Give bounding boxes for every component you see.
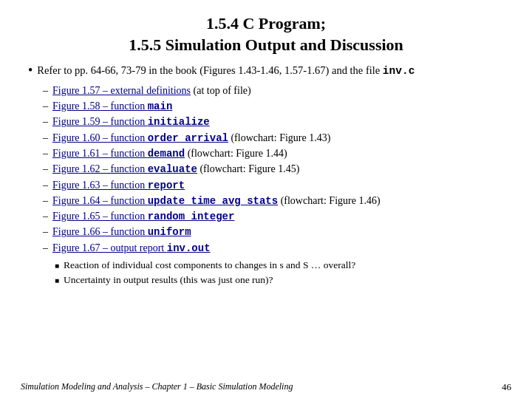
bullet-file: inv.c — [383, 65, 415, 77]
dash-icon: – — [43, 99, 48, 114]
dash-icon: – — [43, 178, 48, 193]
figure-158-link[interactable]: Figure 1.58 – function main — [52, 100, 172, 112]
item-suffix: (flowchart: Figure 1.46) — [278, 195, 380, 206]
item-text: Figure 1.64 – function update_time_avg_s… — [52, 194, 511, 208]
figure-159-link[interactable]: Figure 1.59 – function initialize — [52, 116, 210, 127]
item-text: Figure 1.66 – function uniform — [52, 225, 511, 239]
sub-bullet-item: ■ Reaction of individual cost components… — [55, 259, 511, 273]
sub-bullet-item: ■ Uncertainty in output results (this wa… — [55, 273, 511, 287]
list-item: – Figure 1.63 – function report — [43, 178, 511, 193]
figure-167-link[interactable]: Figure 1.67 – output report inv.out — [52, 242, 211, 253]
bullet-refer-text: Refer to pp. 64-66, 73-79 in the book (F… — [37, 64, 383, 76]
bullet-text: Refer to pp. 64-66, 73-79 in the book (F… — [37, 63, 511, 78]
figure-163-link[interactable]: Figure 1.63 – function report — [52, 180, 185, 191]
title-line-1: 1.5.4 C Program; — [21, 13, 511, 35]
figure-157-link[interactable]: Figure 1.57 – external definitions — [52, 85, 191, 96]
dash-icon: – — [43, 146, 48, 161]
dash-icon: – — [43, 209, 48, 224]
item-text: Figure 1.65 – function random_integer — [52, 209, 511, 224]
dash-icon: – — [43, 115, 48, 129]
square-bullet-icon: ■ — [55, 276, 59, 286]
title-line-2: 1.5.5 Simulation Output and Discussion — [21, 35, 511, 56]
item-text: Figure 1.63 – function report — [52, 178, 511, 193]
item-text: Figure 1.59 – function initialize — [52, 115, 511, 129]
square-bullet-icon: ■ — [55, 261, 59, 271]
figure-160-link[interactable]: Figure 1.60 – function order_arrival — [52, 132, 228, 143]
dash-icon: – — [43, 225, 48, 239]
list-item: – Figure 1.64 – function update_time_avg… — [43, 194, 511, 208]
item-text: Figure 1.58 – function main — [52, 99, 511, 114]
list-item: – Figure 1.66 – function uniform — [43, 225, 511, 239]
bullet-dot: • — [28, 63, 33, 79]
item-text: Figure 1.62 – function evaluate (flowcha… — [52, 162, 511, 177]
dash-icon: – — [43, 241, 48, 256]
dash-icon: – — [43, 83, 48, 98]
main-bullet: • Refer to pp. 64-66, 73-79 in the book … — [28, 63, 511, 79]
list-item: – Figure 1.59 – function initialize — [43, 115, 511, 129]
list-item: – Figure 1.58 – function main — [43, 99, 511, 114]
dash-icon: – — [43, 131, 48, 146]
sub-list: – Figure 1.57 – external definitions (at… — [43, 83, 511, 256]
footer: Simulation Modeling and Analysis – Chapt… — [0, 381, 532, 393]
list-item: – Figure 1.61 – function demand (flowcha… — [43, 146, 511, 161]
item-text: Figure 1.67 – output report inv.out — [52, 241, 511, 256]
item-text: Figure 1.61 – function demand (flowchart… — [52, 146, 511, 161]
footer-left-text: Simulation Modeling and Analysis – Chapt… — [21, 381, 293, 393]
sub-bullet-text-2: Uncertainty in output results (this was … — [64, 273, 273, 287]
title-block: 1.5.4 C Program; 1.5.5 Simulation Output… — [21, 13, 511, 55]
item-text: Figure 1.57 – external definitions (at t… — [52, 83, 511, 98]
figure-164-link[interactable]: Figure 1.64 – function update_time_avg_s… — [52, 195, 278, 206]
sub-bullet-text-1: Reaction of individual cost components t… — [64, 259, 355, 273]
dash-icon: – — [43, 194, 48, 208]
item-suffix: (flowchart: Figure 1.44) — [185, 148, 287, 159]
figure-161-link[interactable]: Figure 1.61 – function demand — [52, 148, 185, 159]
list-item: – Figure 1.62 – function evaluate (flowc… — [43, 162, 511, 177]
list-item: – Figure 1.57 – external definitions (at… — [43, 83, 511, 98]
item-suffix: (at top of file) — [191, 85, 251, 96]
item-suffix: (flowchart: Figure 1.45) — [197, 163, 299, 174]
sub-bullets: ■ Reaction of individual cost components… — [55, 259, 511, 287]
item-suffix: (flowchart: Figure 1.43) — [228, 132, 330, 143]
list-item: – Figure 1.67 – output report inv.out — [43, 241, 511, 256]
footer-page-number: 46 — [502, 381, 511, 393]
list-item: – Figure 1.60 – function order_arrival (… — [43, 131, 511, 146]
list-item: – Figure 1.65 – function random_integer — [43, 209, 511, 224]
figure-162-link[interactable]: Figure 1.62 – function evaluate — [52, 163, 197, 174]
figure-165-link[interactable]: Figure 1.65 – function random_integer — [52, 211, 234, 222]
item-text: Figure 1.60 – function order_arrival (fl… — [52, 131, 511, 146]
figure-166-link[interactable]: Figure 1.66 – function uniform — [52, 226, 191, 237]
dash-icon: – — [43, 162, 48, 177]
